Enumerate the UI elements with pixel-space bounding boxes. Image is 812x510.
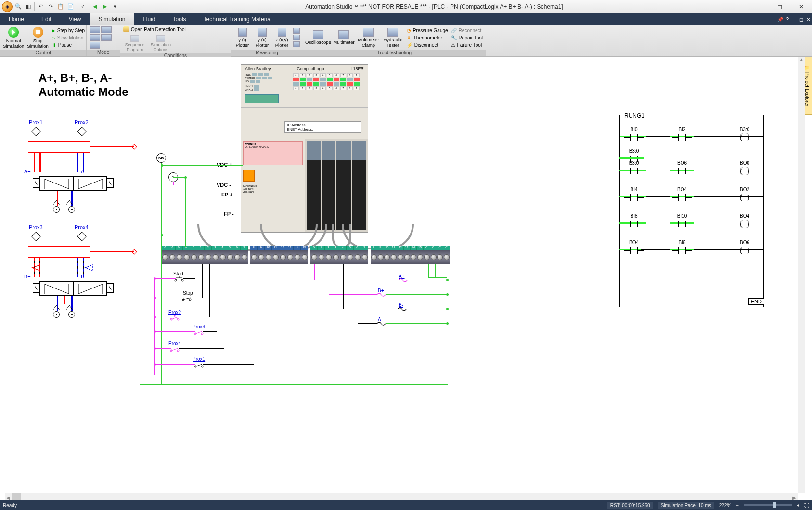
plc-io-slot-2[interactable] (322, 141, 335, 230)
src-24v[interactable]: 24V (156, 153, 166, 163)
disconnect-button[interactable]: ⚡Disconnect (407, 41, 448, 48)
prox3-symbol[interactable] (31, 232, 41, 241)
app-orb[interactable]: ◈ (2, 1, 13, 12)
stop-contact[interactable] (182, 296, 192, 301)
zoom-fit-button[interactable]: ⛶ (804, 503, 809, 508)
minimize-button[interactable]: — (747, 0, 769, 13)
plc-mode-buttons[interactable] (245, 94, 279, 103)
in-prox2-label[interactable]: Prox2 (168, 310, 181, 315)
cylinder-a[interactable] (28, 141, 90, 153)
hscroll-thumb[interactable] (12, 493, 21, 500)
normal-simulation-button[interactable]: Normal Simulation (3, 26, 24, 49)
zoom-thumb[interactable] (773, 502, 776, 508)
tab-fluid[interactable]: Fluid (134, 13, 164, 25)
pause-button[interactable]: ⏸Pause (52, 41, 85, 48)
plc-io-slot-1[interactable] (307, 141, 321, 230)
meas-small-2[interactable] (293, 35, 300, 40)
terminal-strip-2[interactable]: 89101112131415 (250, 246, 308, 264)
qat-btn-5[interactable]: 📋 (56, 2, 65, 11)
sol-a-left[interactable] (33, 178, 39, 188)
tab-view[interactable]: View (60, 13, 90, 25)
qat-more[interactable]: ▾ (111, 2, 119, 11)
help-icon[interactable]: ? (786, 17, 789, 22)
mdi-min[interactable]: — (792, 17, 797, 22)
vertical-scrollbar[interactable]: ▴ (798, 57, 805, 493)
cylinder-b[interactable] (28, 246, 90, 258)
qat-sim-back[interactable]: ◀ (90, 2, 99, 11)
close-button[interactable]: ✕ (790, 0, 812, 13)
mdi-max[interactable]: ◻ (799, 17, 803, 22)
zoom-out-button[interactable]: − (736, 503, 739, 508)
qat-btn-2[interactable]: ◧ (24, 2, 33, 11)
terminal-strip-1[interactable]: VVVV01234567 (161, 246, 248, 264)
sol-bminus-label[interactable]: B- (81, 274, 86, 279)
start-contact[interactable] (174, 276, 184, 282)
prox3-contact[interactable] (194, 329, 204, 336)
simulation-options-button[interactable]: Simulation Options (149, 35, 172, 52)
tab-simulation[interactable]: Simulation (90, 13, 134, 25)
multimeter-clamp-button[interactable]: Multimeter Clamp (358, 26, 379, 49)
mdi-close[interactable]: ✕ (806, 17, 810, 22)
tab-edit[interactable]: Edit (33, 13, 60, 25)
plc-sd-slot[interactable] (257, 170, 263, 179)
qat-sim-fwd[interactable]: ▶ (101, 2, 109, 11)
coil-bminus[interactable] (397, 306, 407, 312)
meas-small-1[interactable] (293, 28, 300, 34)
plc-io-slot-4[interactable] (352, 141, 366, 230)
mode-btn-3[interactable] (90, 34, 100, 41)
prox3-label[interactable]: Prox3 (29, 224, 43, 230)
sol-b-right[interactable] (107, 283, 114, 293)
qat-btn-7[interactable]: ✓ (78, 2, 87, 11)
tab-home[interactable]: Home (0, 13, 33, 25)
zxy-plotter-button[interactable]: z (x,y) Plotter (273, 26, 290, 49)
step-by-step-button[interactable]: ▶Step by Step (52, 27, 85, 34)
hydraulic-tester-button[interactable]: Hydraulic Tester (382, 26, 404, 49)
reconnect-button[interactable]: 🔗Reconnect (451, 27, 483, 34)
in-prox4-label[interactable]: Prox4 (168, 341, 181, 346)
multimeter-button[interactable]: Multimeter (333, 26, 355, 49)
oscilloscope-button[interactable]: Oscilloscope (306, 26, 330, 49)
prox2-symbol[interactable] (77, 127, 87, 136)
stop-simulation-button[interactable]: Stop Simulation (27, 26, 48, 49)
zoom-in-button[interactable]: + (797, 503, 799, 508)
mode-btn-5[interactable] (90, 42, 100, 49)
qat-undo[interactable]: ↶ (36, 2, 45, 11)
valve-a[interactable] (39, 176, 107, 191)
pressure-gauge-button[interactable]: ◔Pressure Gauge (407, 27, 448, 34)
maximize-button[interactable]: ◻ (769, 0, 790, 13)
terminal-strip-4[interactable]: 89101112131415CCCC (371, 246, 450, 264)
mode-btn-1[interactable] (90, 26, 100, 33)
repair-tool-button[interactable]: 🔧Repair Tool (451, 34, 483, 41)
valve-b[interactable] (39, 281, 107, 296)
sol-aminus-label[interactable]: A- (81, 169, 86, 174)
ladder-diagram[interactable]: RUNG1 BI0BI2B3:0B3:0B3:0BO6BO0BI4BO4BO2B… (619, 115, 764, 307)
meas-small-3[interactable] (293, 41, 300, 47)
yt-plotter-button[interactable]: y (t) Plotter (234, 26, 251, 49)
tab-training[interactable]: Technical Training Material (195, 13, 281, 25)
prox4-symbol[interactable] (77, 232, 87, 241)
coil-aplus[interactable] (398, 277, 408, 283)
plc-device[interactable]: Allen-Bradley CompactLogix L18ER RUN FOR… (241, 64, 368, 233)
prox1-label[interactable]: Prox1 (29, 119, 43, 125)
prox1-contact[interactable] (194, 362, 204, 369)
slow-motion-button[interactable]: ▷Slow Motion (52, 34, 85, 41)
coil-aminus[interactable] (376, 321, 387, 327)
zoom-slider[interactable] (744, 504, 792, 506)
qat-btn-6[interactable]: 📄 (66, 2, 75, 11)
sol-a-right[interactable] (107, 178, 114, 188)
prox4-label[interactable]: Prox4 (75, 224, 89, 230)
tab-tools[interactable]: Tools (164, 13, 195, 25)
failure-tool-button[interactable]: ⚠Failure Tool (451, 41, 483, 48)
yx-plotter-button[interactable]: y (x) Plotter (254, 26, 271, 49)
in-prox1-label[interactable]: Prox1 (193, 356, 205, 362)
pin-icon[interactable]: 📌 (777, 17, 783, 22)
plc-io-slot-3[interactable] (336, 141, 350, 230)
schematic-canvas[interactable]: A+, B+, B-, A- Automatic Mode Prox1 Prox… (5, 57, 798, 493)
prox4-contact[interactable] (170, 346, 180, 353)
prox2-contact[interactable] (170, 315, 180, 322)
mode-btn-4[interactable] (101, 34, 112, 41)
open-path-tool-button[interactable]: Open Path Detection Tool (123, 26, 186, 33)
terminal-strip-3[interactable]: 01234567 (310, 246, 368, 264)
in-prox3-label[interactable]: Prox3 (193, 324, 205, 329)
qat-redo[interactable]: ↷ (46, 2, 55, 11)
